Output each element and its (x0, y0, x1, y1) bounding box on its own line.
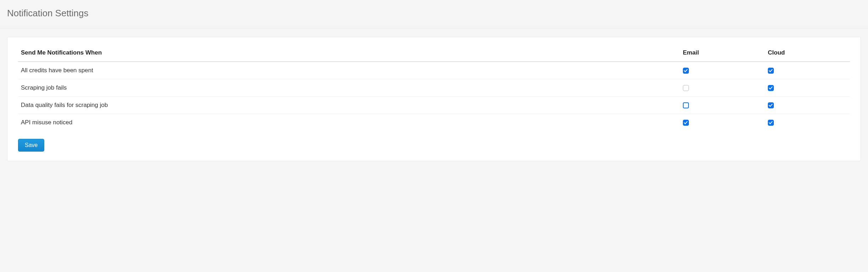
table-row: API misuse noticed (18, 114, 850, 131)
email-checkbox[interactable] (683, 102, 689, 108)
table-row: Data quality fails for scraping job (18, 97, 850, 114)
email-checkbox[interactable] (683, 68, 689, 74)
table-header-when: Send Me Notifications When (18, 46, 680, 62)
notification-label: Scraping job fails (18, 79, 680, 97)
table-row: All credits have been spent (18, 62, 850, 79)
notification-label: API misuse noticed (18, 114, 680, 131)
cloud-checkbox[interactable] (768, 85, 774, 91)
cloud-checkbox[interactable] (768, 120, 774, 126)
email-checkbox[interactable] (683, 85, 689, 91)
table-header-cloud: Cloud (765, 46, 850, 62)
cloud-checkbox[interactable] (768, 102, 774, 108)
page-title: Notification Settings (7, 8, 861, 19)
notification-table: Send Me Notifications When Email Cloud A… (18, 46, 850, 131)
save-button[interactable]: Save (18, 139, 44, 152)
notification-settings-panel: Send Me Notifications When Email Cloud A… (7, 37, 861, 161)
notification-label: All credits have been spent (18, 62, 680, 79)
email-checkbox[interactable] (683, 120, 689, 126)
cloud-checkbox[interactable] (768, 68, 774, 74)
table-row: Scraping job fails (18, 79, 850, 97)
table-header-email: Email (680, 46, 765, 62)
notification-label: Data quality fails for scraping job (18, 97, 680, 114)
